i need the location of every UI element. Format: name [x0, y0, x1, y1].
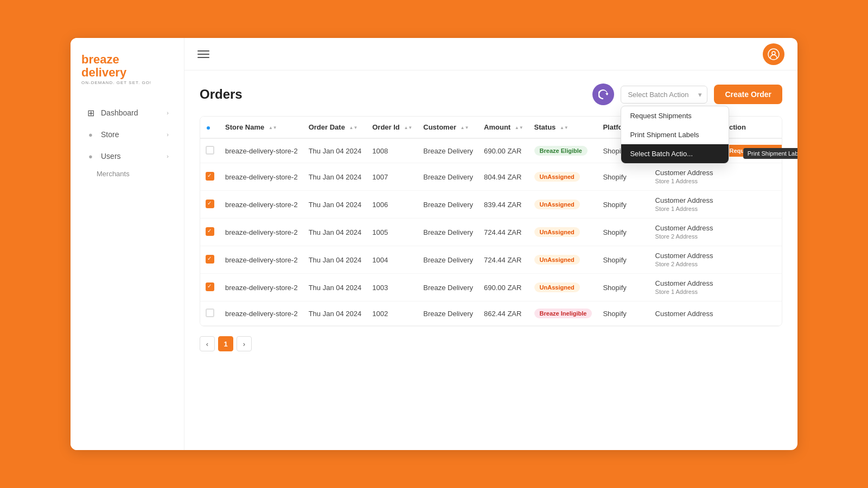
page-header: Orders Select Batch Action Request Shipm…	[200, 84, 782, 105]
row-customer: Breaze Delivery	[418, 274, 478, 301]
table-body: breaze-delivery-store-2Thu Jan 04 202410…	[200, 138, 782, 326]
status-badge: Breaze Ineligible	[534, 309, 592, 318]
row-order-date: Thu Jan 04 2024	[303, 219, 367, 246]
hamburger-line-3	[197, 57, 209, 58]
status-badge: UnAssigned	[534, 200, 580, 209]
sidebar-sub-merchants[interactable]: Merchants	[71, 168, 184, 180]
row-order-date: Thu Jan 04 2024	[303, 163, 367, 191]
row-store-name: breaze-delivery-store-2	[220, 138, 303, 163]
sidebar-item-store[interactable]: ● Store ›	[75, 124, 180, 145]
svg-point-0	[768, 49, 779, 60]
row-checkbox[interactable]	[206, 255, 214, 264]
dashboard-icon: ⊞	[86, 108, 95, 118]
sort-icon[interactable]: ▲▼	[404, 126, 412, 130]
sort-icon[interactable]: ▲▼	[560, 126, 569, 130]
row-checkbox[interactable]	[206, 146, 214, 155]
table-row: breaze-delivery-store-2Thu Jan 04 202410…	[200, 274, 782, 301]
row-order-id: 1008	[367, 138, 418, 163]
row-status: UnAssigned	[529, 163, 598, 191]
sort-icon[interactable]: ▲▼	[349, 126, 358, 130]
row-checkbox[interactable]	[206, 227, 214, 236]
sidebar-item-label: Users	[101, 152, 121, 160]
svg-point-1	[772, 52, 775, 55]
row-platform: Shopify	[597, 246, 649, 274]
row-status: UnAssigned	[529, 219, 598, 246]
row-customer: Breaze Delivery	[418, 163, 478, 191]
chevron-right-icon: ›	[167, 110, 169, 116]
row-order-id: 1003	[367, 274, 418, 301]
pagination-page-1[interactable]: 1	[218, 336, 233, 351]
page-content: Orders Select Batch Action Request Shipm…	[184, 70, 797, 450]
row-customer: Breaze Delivery	[418, 301, 478, 326]
batch-action-button[interactable]: Select Batch Action	[621, 86, 707, 104]
topbar-right	[763, 43, 784, 65]
row-amount: 690.00 ZAR	[478, 138, 529, 163]
row-checkbox-cell	[200, 191, 220, 219]
table-row: breaze-delivery-store-2Thu Jan 04 202410…	[200, 246, 782, 274]
row-customer: Breaze Delivery	[418, 246, 478, 274]
row-amount: 804.94 ZAR	[478, 163, 529, 191]
row-order-id: 1004	[367, 246, 418, 274]
col-checkbox	[200, 117, 220, 138]
main-container: breazedelivery ON-DEMAND. GET SET. GO! ⊞…	[71, 38, 797, 450]
hamburger-line-2	[197, 54, 209, 55]
pagination-prev[interactable]: ‹	[200, 336, 215, 351]
logo-text: breazedelivery	[81, 53, 173, 79]
tooltip-print-shipment-labels: Print Shipment Labels	[743, 148, 797, 159]
row-checkbox-cell	[200, 246, 220, 274]
pagination-next[interactable]: ›	[237, 336, 252, 351]
row-checkbox-cell	[200, 301, 220, 326]
row-checkbox[interactable]	[206, 172, 214, 181]
table-row: breaze-delivery-store-2Thu Jan 04 202410…	[200, 163, 782, 191]
row-store-name: breaze-delivery-store-2	[220, 301, 303, 326]
row-order-date: Thu Jan 04 2024	[303, 301, 367, 326]
sort-icon[interactable]: ▲▼	[515, 126, 524, 130]
row-amount: 724.44 ZAR	[478, 246, 529, 274]
row-amount: 724.44 ZAR	[478, 219, 529, 246]
chevron-right-icon: ›	[167, 153, 169, 159]
main-content: Orders Select Batch Action Request Shipm…	[184, 38, 797, 450]
sort-icon[interactable]: ▲▼	[269, 126, 277, 130]
batch-action-select[interactable]: Select Batch Action Request Shipments Pr…	[621, 86, 707, 104]
status-badge: UnAssigned	[534, 172, 580, 182]
batch-option-print-labels[interactable]: Print Shipment Labels	[621, 125, 729, 144]
row-action	[719, 191, 782, 219]
info-icon-users: ●	[86, 151, 95, 161]
row-store-name: breaze-delivery-store-2	[220, 163, 303, 191]
batch-dropdown: Request Shipments Print Shipment Labels …	[621, 106, 729, 164]
row-checkbox[interactable]	[206, 309, 214, 317]
sidebar-item-dashboard[interactable]: ⊞ Dashboard ›	[75, 102, 180, 123]
chevron-right-icon: ›	[167, 131, 169, 138]
row-address: Customer AddressStore 1 Address	[650, 191, 719, 219]
hamburger-line-1	[197, 50, 209, 52]
status-badge: Breaze Eligible	[534, 146, 588, 156]
row-address: Customer Address	[650, 301, 719, 326]
row-checkbox-cell	[200, 219, 220, 246]
sort-icon[interactable]: ▲▼	[461, 126, 469, 130]
row-checkbox[interactable]	[206, 200, 214, 208]
info-icon-store: ●	[86, 130, 95, 139]
row-address: Customer AddressStore 2 Address	[650, 246, 719, 274]
row-order-id: 1005	[367, 219, 418, 246]
topbar	[184, 38, 797, 70]
col-customer: Customer ▲▼	[418, 117, 478, 138]
row-order-date: Thu Jan 04 2024	[303, 138, 367, 163]
row-checkbox[interactable]	[206, 282, 214, 291]
batch-option-request-shipments[interactable]: Request Shipments	[621, 106, 729, 125]
logo-tagline: ON-DEMAND. GET SET. GO!	[81, 80, 173, 85]
refresh-button[interactable]	[592, 84, 614, 105]
row-amount: 862.44 ZAR	[478, 301, 529, 326]
col-store-name: Store Name ▲▼	[220, 117, 303, 138]
row-platform: Shopify	[597, 301, 649, 326]
row-checkbox-cell	[200, 163, 220, 191]
sidebar-nav: ⊞ Dashboard › ● Store › ● Users › Mercha…	[71, 96, 184, 450]
hamburger-menu[interactable]	[197, 50, 209, 58]
sidebar-item-label: Store	[101, 130, 119, 139]
create-order-button[interactable]: Create Order	[714, 85, 782, 104]
row-customer: Breaze Delivery	[418, 138, 478, 163]
row-status: UnAssigned	[529, 246, 598, 274]
batch-option-select-batch[interactable]: Select Batch Actio... Print Shipment Lab…	[621, 144, 729, 163]
sidebar-item-users[interactable]: ● Users ›	[75, 146, 180, 166]
row-checkbox-cell	[200, 138, 220, 163]
row-amount: 690.00 ZAR	[478, 274, 529, 301]
